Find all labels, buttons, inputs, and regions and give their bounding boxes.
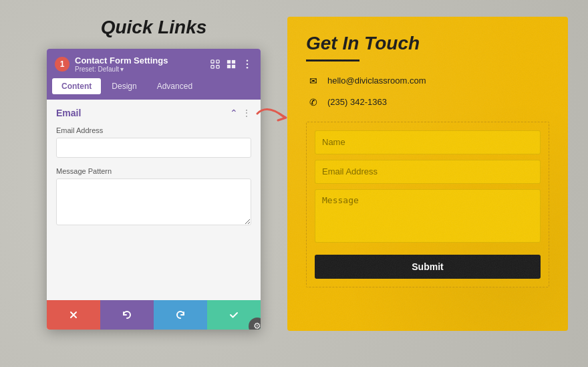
panel-header-right [210, 59, 253, 70]
submit-button[interactable]: Submit [315, 255, 541, 279]
settings-panel: 1 Contact Form Settings Preset: Default … [47, 49, 261, 330]
email-input[interactable] [315, 160, 541, 184]
svg-rect-2 [211, 65, 214, 68]
svg-rect-3 [216, 65, 219, 68]
grid-icon[interactable] [226, 59, 237, 70]
svg-rect-6 [227, 64, 231, 68]
redo-button[interactable] [154, 300, 207, 330]
email-address-field-group: Email Address [56, 126, 251, 158]
svg-rect-1 [216, 59, 219, 62]
svg-point-9 [247, 63, 249, 65]
right-panel: Get In Touch ✉ hello@diviclassroom.com ✆… [287, 17, 568, 331]
badge: 1 [55, 57, 69, 72]
left-panel: Quick Links 1 Contact Form Settings Pres… [20, 17, 287, 330]
title-underline [306, 59, 359, 62]
message-pattern-field-group: Message Pattern [56, 167, 251, 228]
svg-rect-4 [227, 59, 231, 63]
panel-header-left: 1 Contact Form Settings Preset: Default … [55, 55, 168, 73]
panel-body: Email ⌃ ⋮ Email Address Message Pattern [47, 100, 261, 300]
name-field [315, 130, 541, 154]
contact-info: ✉ hello@diviclassroom.com ✆ (235) 342-13… [306, 74, 549, 110]
section-title: Email [56, 108, 81, 118]
phone-contact-text: (235) 342-1363 [327, 97, 387, 107]
svg-rect-0 [211, 59, 214, 62]
svg-point-8 [247, 59, 249, 62]
message-field [315, 189, 541, 245]
tab-advanced[interactable]: Advanced [148, 78, 202, 94]
svg-point-10 [247, 66, 249, 68]
phone-icon: ✆ [306, 95, 321, 110]
panel-header: 1 Contact Form Settings Preset: Default … [47, 49, 261, 78]
section-icons: ⌃ ⋮ [230, 108, 251, 118]
svg-rect-7 [232, 64, 235, 68]
email-address-input[interactable] [56, 138, 251, 158]
section-more-icon[interactable]: ⋮ [242, 108, 251, 118]
undo-button[interactable] [100, 300, 154, 330]
fullscreen-icon[interactable] [210, 59, 220, 70]
panel-tabs: Content Design Advanced [47, 78, 261, 100]
red-arrow [254, 100, 294, 130]
section-header: Email ⌃ ⋮ [56, 108, 251, 118]
phone-contact-item: ✆ (235) 342-1363 [306, 95, 549, 110]
email-icon: ✉ [306, 74, 321, 88]
panel-footer [47, 300, 261, 330]
get-in-touch-title: Get In Touch [306, 33, 549, 54]
contact-form: Submit [306, 122, 549, 287]
panel-preset: Preset: Default ▾ [75, 66, 168, 73]
tab-design[interactable]: Design [102, 78, 146, 94]
email-field [315, 160, 541, 184]
cancel-button[interactable] [47, 300, 100, 330]
panel-title-group: Contact Form Settings Preset: Default ▾ [75, 55, 168, 73]
page-title: Quick Links [101, 17, 207, 38]
email-contact-item: ✉ hello@diviclassroom.com [306, 74, 549, 88]
message-textarea[interactable] [315, 189, 541, 243]
message-pattern-textarea[interactable] [56, 178, 251, 225]
panel-title: Contact Form Settings [75, 55, 168, 66]
chevron-up-icon[interactable]: ⌃ [230, 108, 238, 118]
message-pattern-label: Message Pattern [56, 167, 251, 175]
name-input[interactable] [315, 130, 541, 154]
svg-rect-5 [232, 59, 235, 63]
email-address-label: Email Address [56, 126, 251, 134]
more-icon[interactable] [242, 59, 253, 70]
email-contact-text: hello@diviclassroom.com [327, 76, 426, 86]
tab-content[interactable]: Content [52, 78, 101, 94]
